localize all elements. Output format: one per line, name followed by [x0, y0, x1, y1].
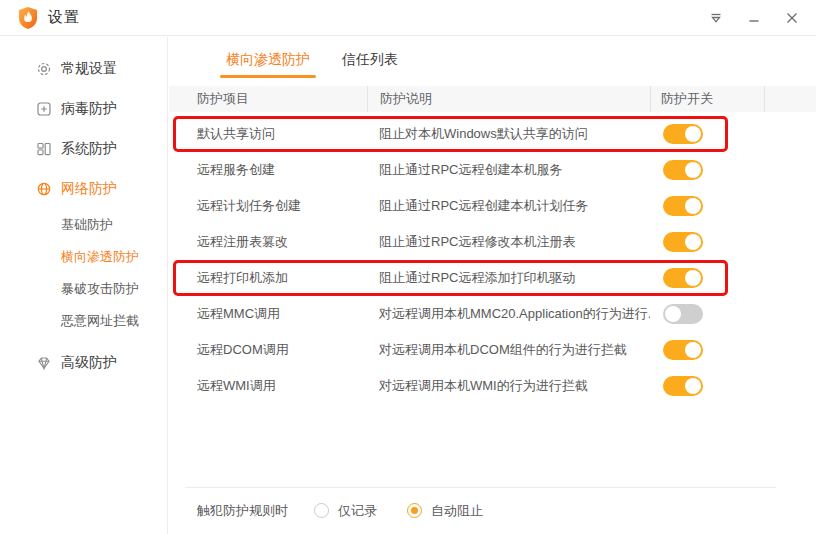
radio-option-label: 仅记录 — [338, 502, 377, 520]
sidebar-item-label: 常规设置 — [61, 60, 117, 78]
protection-item-name: 远程计划任务创建 — [169, 197, 367, 215]
toggle-knob — [685, 162, 701, 178]
tab-bar: 横向渗透防护 信任列表 — [169, 37, 816, 78]
diamond-icon — [36, 355, 52, 371]
window-title: 设置 — [48, 8, 80, 27]
radio-option-auto-block[interactable]: 自动阻止 — [407, 502, 483, 520]
radio-option-label: 自动阻止 — [431, 502, 483, 520]
protection-item-description: 阻止通过RPC远程创建本机服务 — [367, 161, 650, 179]
protection-toggle[interactable] — [663, 268, 703, 288]
main-content: 横向渗透防护 信任列表 防护项目 防护说明 防护开关 默认共享访问 阻止对本机W… — [169, 37, 816, 534]
protection-item-name: 默认共享访问 — [169, 125, 367, 143]
sidebar-item-general-settings[interactable]: 常规设置 — [0, 49, 167, 89]
sidebar-item-label: 暴破攻击防护 — [61, 280, 139, 298]
protection-item-description: 阻止通过RPC远程添加打印机驱动 — [367, 269, 650, 287]
table-row: 远程打印机添加 阻止通过RPC远程添加打印机驱动 — [169, 260, 816, 296]
panels-icon — [36, 141, 52, 157]
globe-icon — [36, 181, 52, 197]
minimize-icon[interactable] — [742, 6, 766, 30]
protection-toggle[interactable] — [663, 232, 703, 252]
tab-trust-list[interactable]: 信任列表 — [340, 51, 400, 78]
sidebar-item-basic-protection[interactable]: 基础防护 — [0, 209, 167, 241]
table-row: 远程计划任务创建 阻止通过RPC远程创建本机计划任务 — [169, 188, 816, 224]
protection-item-name: 远程DCOM调用 — [169, 341, 367, 359]
protection-toggle[interactable] — [663, 340, 703, 360]
protection-item-name: 远程服务创建 — [169, 161, 367, 179]
radio-unselected-icon[interactable] — [314, 503, 329, 518]
toggle-knob — [685, 378, 701, 394]
sidebar-item-label: 横向渗透防护 — [61, 248, 139, 266]
sidebar-item-network-protection[interactable]: 网络防护 — [0, 169, 167, 209]
sidebar-item-label: 病毒防护 — [61, 100, 117, 118]
sidebar-item-label: 网络防护 — [61, 180, 117, 198]
column-header-description: 防护说明 — [367, 86, 650, 112]
protection-item-description: 阻止通过RPC远程创建本机计划任务 — [367, 197, 650, 215]
tab-label: 信任列表 — [342, 51, 398, 67]
sidebar-item-label: 高级防护 — [61, 354, 117, 372]
table-row: 默认共享访问 阻止对本机Windows默认共享的访问 — [169, 116, 816, 152]
table-header: 防护项目 防护说明 防护开关 — [169, 86, 816, 112]
sidebar-item-bruteforce-protection[interactable]: 暴破攻击防护 — [0, 273, 167, 305]
protection-toggle[interactable] — [663, 196, 703, 216]
radio-option-log-only[interactable]: 仅记录 — [314, 502, 377, 520]
toggle-knob — [665, 306, 681, 322]
sidebar-item-label: 系统防护 — [61, 140, 117, 158]
protection-item-description: 对远程调用本机MMC20.Application的行为进行... — [367, 305, 650, 323]
toggle-knob — [685, 270, 701, 286]
titlebar: 设置 — [0, 0, 816, 36]
column-header-switch: 防护开关 — [650, 86, 764, 112]
sidebar: 常规设置 病毒防护 系统防护 网络防护 基础防护 横向渗透防护 暴破攻击防护 — [0, 37, 168, 534]
protection-toggle[interactable] — [663, 304, 703, 324]
toggle-knob — [685, 234, 701, 250]
protection-toggle[interactable] — [663, 160, 703, 180]
protection-item-description: 对远程调用本机DCOM组件的行为进行拦截 — [367, 341, 650, 359]
column-header-item: 防护项目 — [169, 86, 367, 112]
protection-item-name: 远程注册表篡改 — [169, 233, 367, 251]
table-row: 远程MMC调用 对远程调用本机MMC20.Application的行为进行... — [169, 296, 816, 332]
tab-lateral-penetration-protection[interactable]: 横向渗透防护 — [224, 51, 312, 78]
sidebar-item-malicious-url-block[interactable]: 恶意网址拦截 — [0, 305, 167, 337]
protection-item-description: 阻止通过RPC远程修改本机注册表 — [367, 233, 650, 251]
toggle-knob — [685, 198, 701, 214]
menu-icon[interactable] — [704, 6, 728, 30]
sidebar-item-advanced-protection[interactable]: 高级防护 — [0, 343, 167, 383]
rule-violation-label: 触犯防护规则时 — [197, 502, 288, 520]
protection-item-name: 远程MMC调用 — [169, 305, 367, 323]
close-icon[interactable] — [780, 6, 804, 30]
app-logo-shield-flame-icon — [17, 6, 39, 30]
gear-icon — [36, 61, 52, 77]
sidebar-item-lateral-penetration-protection[interactable]: 横向渗透防护 — [0, 241, 167, 273]
toggle-knob — [685, 342, 701, 358]
protection-item-name: 远程打印机添加 — [169, 269, 367, 287]
footer: 触犯防护规则时 仅记录 自动阻止 — [169, 487, 816, 534]
table-row: 远程注册表篡改 阻止通过RPC远程修改本机注册表 — [169, 224, 816, 260]
table-row: 远程DCOM调用 对远程调用本机DCOM组件的行为进行拦截 — [169, 332, 816, 368]
column-header-spacer — [764, 86, 816, 112]
protection-item-description: 阻止对本机Windows默认共享的访问 — [367, 125, 650, 143]
protection-item-name: 远程WMI调用 — [169, 377, 367, 395]
footer-divider — [185, 487, 776, 488]
protection-toggle[interactable] — [663, 124, 703, 144]
tab-label: 横向渗透防护 — [226, 51, 310, 67]
protection-rules-table: 默认共享访问 阻止对本机Windows默认共享的访问 远程服务创建 阻止通过RP… — [169, 116, 816, 404]
table-row: 远程服务创建 阻止通过RPC远程创建本机服务 — [169, 152, 816, 188]
plus-square-icon — [36, 101, 52, 117]
protection-item-description: 对远程调用本机WMI的行为进行拦截 — [367, 377, 650, 395]
toggle-knob — [685, 126, 701, 142]
sidebar-item-system-protection[interactable]: 系统防护 — [0, 129, 167, 169]
table-row: 远程WMI调用 对远程调用本机WMI的行为进行拦截 — [169, 368, 816, 404]
sidebar-item-label: 基础防护 — [61, 216, 113, 234]
protection-toggle[interactable] — [663, 376, 703, 396]
sidebar-item-label: 恶意网址拦截 — [61, 312, 139, 330]
radio-selected-icon[interactable] — [407, 503, 422, 518]
sidebar-item-virus-protection[interactable]: 病毒防护 — [0, 89, 167, 129]
